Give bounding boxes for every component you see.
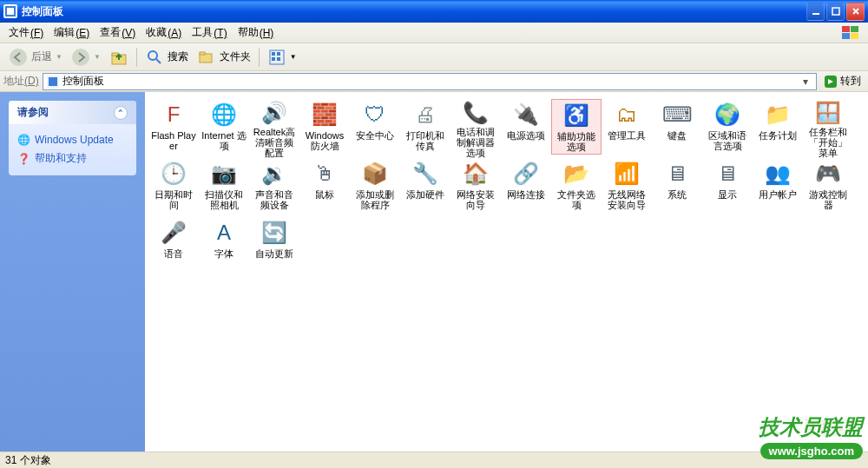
internet-options-icon: 🌐 [210,101,238,129]
cp-item-add-hardware[interactable]: 🔧添加硬件 [400,158,450,214]
menu-tools[interactable]: 工具(T) [187,23,232,42]
cp-item-system[interactable]: 🖥系统 [652,158,702,214]
chevron-down-icon: ▼ [290,53,297,61]
forward-button[interactable]: ▼ [68,46,104,69]
add-hardware-icon: 🔧 [411,160,439,188]
cp-item-flash-player[interactable]: FFlash Player [148,99,199,155]
cp-item-network-connections[interactable]: 🔗网络连接 [501,158,551,214]
status-text: 31 个对象 [5,453,51,468]
cp-item-label: Realtek高清晰音频配置 [251,127,298,158]
help-icon: ❓ [17,153,30,165]
display-icon: 🖥 [713,160,741,188]
see-also-header[interactable]: 请参阅 ⌃ [9,101,136,124]
cp-item-region-language[interactable]: 🌍区域和语言选项 [702,99,753,155]
cp-item-game-controllers[interactable]: 🎮游戏控制器 [803,158,853,214]
cp-item-label: 电话和调制解调器选项 [452,127,499,158]
go-label: 转到 [840,74,861,89]
keyboard-icon: ⌨ [663,101,691,129]
back-icon [9,48,28,67]
cp-item-mouse[interactable]: 🖱鼠标 [299,158,350,214]
cp-item-folder-options[interactable]: 📂文件夹选项 [551,158,602,214]
menu-help[interactable]: 帮助(H) [233,23,279,42]
cp-item-display[interactable]: 🖥显示 [702,158,753,214]
automatic-updates-icon: 🔄 [260,219,288,247]
cp-item-fonts[interactable]: A字体 [199,217,249,273]
cp-item-label: Internet 选项 [201,130,247,151]
cp-item-automatic-updates[interactable]: 🔄自动更新 [249,217,299,273]
cp-item-label: 字体 [214,248,233,259]
close-button[interactable] [846,3,865,21]
sidebar: 请参阅 ⌃ 🌐 Windows Update ❓ 帮助和支持 [0,92,145,452]
security-center-icon: 🛡 [361,101,389,129]
fonts-icon: A [210,219,238,247]
cp-item-scanners-cameras[interactable]: 📷扫描仪和照相机 [199,158,249,214]
menu-edit[interactable]: 编辑(E) [49,23,95,42]
menu-view[interactable]: 查看(V) [95,23,141,42]
maximize-button[interactable] [826,3,845,21]
sidebar-link-help-support[interactable]: ❓ 帮助和支持 [17,148,128,168]
cp-item-wireless-network-setup[interactable]: 📶无线网络安装向导 [602,158,652,214]
cp-item-speech[interactable]: 🎤语音 [148,217,199,273]
cp-item-label: 网络连接 [507,189,545,200]
sidebar-link-label: 帮助和支持 [35,151,87,166]
cp-item-admin-tools[interactable]: 🗂管理工具 [602,99,652,155]
folders-icon [197,48,216,67]
phone-modem-icon: 📞 [462,101,490,125]
folder-options-icon: 📂 [562,160,590,188]
minimize-button[interactable] [806,3,825,21]
address-label: 地址(D) [3,74,39,89]
back-button[interactable]: 后退 ▼ [5,46,66,69]
folders-button[interactable]: 文件夹 [194,46,254,69]
cp-item-label: 文件夹选项 [553,189,600,210]
cp-item-taskbar-start[interactable]: 🪟任务栏和「开始」菜单 [803,99,853,155]
go-icon [824,75,838,89]
cp-item-label: 辅助功能选项 [554,131,599,152]
cp-item-phone-modem[interactable]: 📞电话和调制解调器选项 [450,99,501,155]
cp-item-internet-options[interactable]: 🌐Internet 选项 [199,99,249,155]
region-language-icon: 🌍 [713,101,741,129]
back-label: 后退 [31,49,52,64]
svg-rect-17 [200,52,205,55]
cp-item-date-time[interactable]: 🕒日期和时间 [148,158,199,214]
cp-item-printers-fax[interactable]: 🖨打印机和传真 [400,99,450,155]
menu-favorites[interactable]: 收藏(A) [141,23,187,42]
cp-item-label: 游戏控制器 [805,189,852,210]
search-button[interactable]: 搜索 [141,46,192,69]
menubar: 文件(F) 编辑(E) 查看(V) 收藏(A) 工具(T) 帮助(H) [0,23,868,43]
svg-rect-8 [842,33,850,39]
printers-fax-icon: 🖨 [411,101,439,129]
cp-item-label: Flash Player [150,130,197,151]
cp-item-security-center[interactable]: 🛡安全中心 [350,99,400,155]
views-icon [267,48,286,67]
sidebar-link-windows-update[interactable]: 🌐 Windows Update [17,131,128,148]
address-input[interactable]: 控制面板 ▾ [43,73,817,90]
cp-item-scheduled-tasks[interactable]: 📁任务计划 [753,99,803,155]
chevron-down-icon: ▼ [94,53,101,61]
svg-rect-6 [842,26,850,32]
cp-item-network-setup-wizard[interactable]: 🏠网络安装向导 [450,158,501,214]
cp-item-label: 管理工具 [608,130,646,141]
cp-item-realtek-audio[interactable]: 🔊Realtek高清晰音频配置 [249,99,299,155]
go-button[interactable]: 转到 [820,74,865,89]
cp-item-label: 电源选项 [507,130,545,141]
network-setup-wizard-icon: 🏠 [462,160,490,188]
up-button[interactable] [106,46,132,69]
see-also-panel: 请参阅 ⌃ 🌐 Windows Update ❓ 帮助和支持 [9,101,136,175]
cp-item-add-remove-programs[interactable]: 📦添加或删除程序 [350,158,400,214]
cp-item-sounds-audio[interactable]: 🔉声音和音频设备 [249,158,299,214]
cp-item-windows-firewall[interactable]: 🧱Windows 防火墙 [299,99,350,155]
cp-item-power-options[interactable]: 🔌电源选项 [501,99,551,155]
cp-item-keyboard[interactable]: ⌨键盘 [652,99,702,155]
admin-tools-icon: 🗂 [613,101,641,129]
folder-up-icon [109,48,128,67]
views-button[interactable]: ▼ [264,46,300,69]
app-icon [3,4,17,18]
svg-rect-19 [272,52,275,56]
svg-point-10 [10,49,27,66]
cp-item-accessibility[interactable]: ♿辅助功能选项 [551,99,602,155]
address-dropdown-icon[interactable]: ▾ [799,76,812,88]
menu-file[interactable]: 文件(F) [3,23,49,42]
cp-item-user-accounts[interactable]: 👥用户帐户 [753,158,803,214]
chevron-down-icon: ▼ [56,53,62,61]
svg-rect-21 [272,57,275,61]
